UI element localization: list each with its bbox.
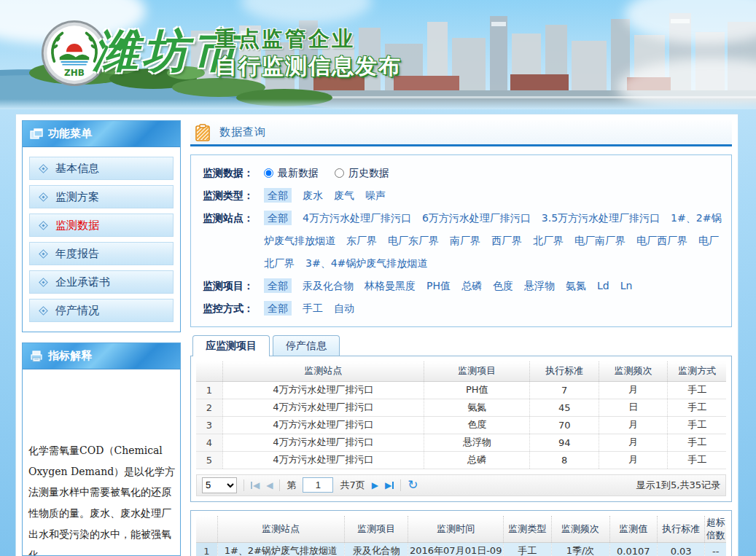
- filter-option[interactable]: 电厂东厂界: [388, 235, 439, 246]
- filter-option[interactable]: 电厂南厂界: [574, 235, 626, 246]
- section-header: 数据查询: [190, 120, 732, 146]
- sidebar-item[interactable]: 年度报告: [29, 242, 174, 265]
- filter-option[interactable]: 氨氮: [566, 280, 586, 291]
- sidebar-item-label: 停产情况: [55, 304, 99, 318]
- filter-option[interactable]: 悬浮物: [524, 280, 555, 291]
- filter-option[interactable]: 林格曼黑度: [365, 280, 416, 291]
- windows-icon: [30, 128, 43, 140]
- next-page-button[interactable]: ▶: [372, 480, 378, 490]
- table-row[interactable]: 54万方污水处理厂排污口总磷8月手工: [196, 451, 726, 469]
- table-cell: 3: [196, 416, 222, 434]
- filter-option[interactable]: 电厂西厂界: [636, 235, 687, 246]
- filter-option[interactable]: 4万方污水处理厂排污口: [303, 212, 411, 224]
- tab[interactable]: 停产信息: [273, 335, 340, 356]
- filter-option[interactable]: 全部: [264, 211, 292, 225]
- tab[interactable]: 应监测项目: [192, 335, 270, 356]
- sidebar-item[interactable]: 基本信息: [29, 157, 174, 180]
- filter-row-type: 监测类型： 全部废水废气噪声: [203, 184, 722, 207]
- divider: [279, 479, 280, 491]
- filter-option[interactable]: 全部: [264, 278, 292, 293]
- indicator-explain-title: 指标解释: [48, 349, 92, 363]
- site-subtitle-line1: 重点监管企业: [215, 26, 402, 52]
- divider: [400, 479, 401, 491]
- table-cell: PH值: [424, 381, 530, 399]
- table-cell: 1: [196, 381, 222, 399]
- table-cell: 手工: [668, 416, 726, 434]
- table-cell: 70: [530, 416, 599, 434]
- sidebar-item-label: 监测数据: [55, 219, 99, 232]
- column-header: 监测类型: [504, 516, 551, 543]
- column-header: 超标倍数: [705, 516, 726, 543]
- pagination-bar: 5 ◀ ◀ 第 共7页 ▶ ▶ ↻ 显示1到5,共35记录: [196, 474, 726, 496]
- sidebar-item[interactable]: 监测数据: [29, 214, 174, 237]
- filter-option[interactable]: 汞及化合物: [303, 280, 354, 291]
- page-prefix-label: 第: [287, 479, 296, 492]
- page-number-input[interactable]: [303, 477, 333, 493]
- section-title: 数据查询: [219, 125, 266, 139]
- filter-option[interactable]: 全部: [264, 301, 292, 316]
- filter-option[interactable]: 总磷: [461, 280, 482, 291]
- table-cell: 2: [196, 399, 222, 416]
- page-size-select[interactable]: 5: [202, 477, 237, 493]
- filter-option[interactable]: 南厂界: [450, 235, 480, 246]
- monitor-data-table: 监测站点监测项目监测时间监测类型监测频次监测值执行标准超标倍数11#、2#锅炉废…: [196, 516, 726, 556]
- table-cell: 色度: [424, 416, 530, 434]
- filter-option[interactable]: Ln: [620, 280, 633, 291]
- sidebar-item[interactable]: 停产情况: [29, 299, 174, 322]
- main-content: 数据查询 监测数据： 最新数据历史数据 监测类型： 全部废水废气噪声 监测站点：…: [190, 120, 732, 556]
- filter-option[interactable]: 噪声: [365, 189, 386, 201]
- site-subtitle-line2: 自行监测信息发布: [215, 53, 402, 79]
- table-row[interactable]: 34万方污水处理厂排污口色度70月手工: [196, 416, 726, 434]
- table-row[interactable]: 24万方污水处理厂排污口氨氮45日手工: [196, 399, 726, 416]
- content-wrapper: 功能菜单 基本信息监测方案监测数据年度报告企业承诺书停产情况 指标解释 化学需氧…: [15, 114, 739, 556]
- first-page-button[interactable]: ◀: [251, 480, 260, 490]
- filter-row-mode: 监控方式： 全部手工自动: [203, 297, 722, 320]
- table-cell: --: [705, 542, 726, 556]
- column-header: 监测频次: [599, 361, 668, 381]
- table-row[interactable]: 44万方污水处理厂排污口悬浮物94月手工: [196, 434, 726, 451]
- table-cell: 手工: [668, 381, 726, 399]
- last-page-button[interactable]: ▶: [385, 480, 394, 490]
- sidebar-item[interactable]: 企业承诺书: [29, 270, 174, 294]
- filter-option[interactable]: 3.5万方污水处理厂排污口: [542, 212, 660, 224]
- filter-option[interactable]: Ld: [597, 280, 609, 291]
- refresh-icon[interactable]: ↻: [408, 479, 418, 491]
- filter-option[interactable]: PH值: [426, 280, 451, 291]
- sidebar-item[interactable]: 监测方案: [29, 185, 174, 208]
- table-row[interactable]: 11#、2#锅炉废气排放烟道汞及化合物2016年07月01日-09手工1季/次0…: [196, 542, 726, 556]
- compass-diamond-icon: [39, 192, 48, 202]
- table-cell: 月: [599, 434, 668, 451]
- column-header: 监测时间: [408, 516, 504, 543]
- table-cell: 4万方污水处理厂排污口: [222, 399, 424, 416]
- radio-option[interactable]: 历史数据: [335, 167, 389, 179]
- filter-option[interactable]: 西厂界: [491, 235, 522, 246]
- column-header: 执行标准: [530, 361, 599, 381]
- compass-diamond-icon: [39, 164, 48, 173]
- filter-option[interactable]: 全部: [264, 188, 292, 203]
- indicator-explain-body: 化学需氧量COD（Chemical Oxygen Demand）是以化学方法测量…: [23, 369, 180, 555]
- header-banner: ZHB 潍坊市 重点监管企业 自行监测信息发布: [0, 0, 756, 109]
- prev-page-button[interactable]: ◀: [266, 480, 273, 490]
- table-row[interactable]: 14万方污水处理厂排污口PH值7月手工: [196, 381, 726, 399]
- sidebar-item-label: 监测方案: [55, 190, 99, 204]
- filter-option[interactable]: 自动: [334, 302, 354, 314]
- filter-option[interactable]: 废气: [334, 189, 354, 201]
- filter-option[interactable]: 3#、4#锅炉废气排放烟道: [305, 257, 427, 269]
- filter-option[interactable]: 废水: [303, 189, 323, 201]
- record-summary: 显示1到5,共35记录: [636, 479, 720, 492]
- filter-option[interactable]: 色度: [493, 280, 513, 291]
- column-header: 监测值: [609, 516, 657, 543]
- table-cell: 1#、2#锅炉废气排放烟道: [217, 542, 344, 556]
- function-menu-title: 功能菜单: [48, 127, 92, 141]
- filter-options: 全部汞及化合物林格曼黑度PH值总磷色度悬浮物氨氮LdLn: [264, 275, 722, 297]
- filter-option[interactable]: 6万方污水处理厂排污口: [422, 212, 531, 224]
- filter-option[interactable]: 东厂界: [346, 235, 377, 246]
- filter-option[interactable]: 手工: [303, 302, 323, 314]
- table-cell: 94: [530, 434, 599, 451]
- radio-input[interactable]: [335, 168, 344, 178]
- filter-option[interactable]: 北厂界: [533, 235, 564, 246]
- radio-option[interactable]: 最新数据: [264, 167, 319, 179]
- page: ZHB 潍坊市 重点监管企业 自行监测信息发布 功能菜单 基本信息监测方案: [0, 0, 756, 556]
- table-cell: 0.0107: [609, 542, 657, 556]
- radio-input[interactable]: [264, 168, 273, 178]
